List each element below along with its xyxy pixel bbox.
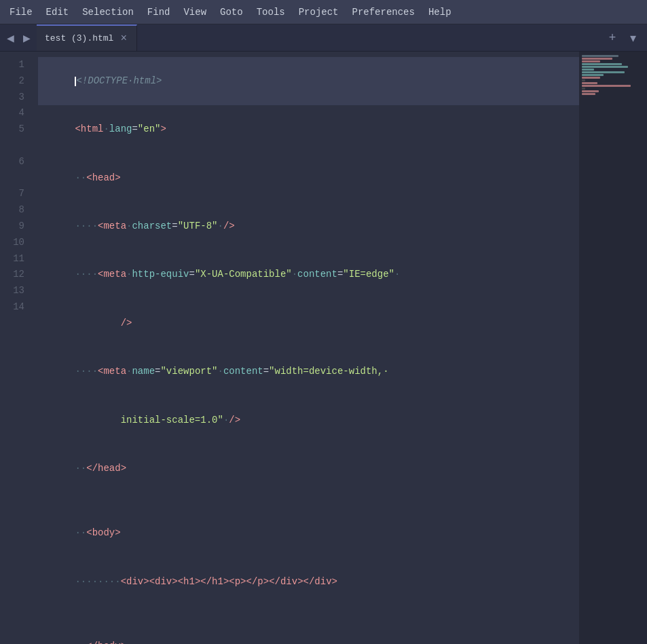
menu-file[interactable]: File [3, 4, 39, 20]
code-line-11 [38, 606, 579, 622]
minimap-line-5b [582, 69, 594, 71]
minimap-line-2 [582, 58, 612, 60]
code-line-10: ········<div><div><h1></h1><p></p></div>… [38, 558, 579, 606]
line-num-6: 6 [0, 154, 33, 170]
code-line-4: ····<meta·charset="UTF-8"·/> [38, 202, 579, 250]
line-numbers: 1 2 3 4 5 · 6 · 7 8 9 10 11 12 13 14 [0, 52, 33, 644]
tab-list-button[interactable]: ▾ [624, 29, 642, 47]
active-tab[interactable]: test (3).html × [37, 24, 137, 51]
code-line-6: ····<meta·name="viewport"·content="width… [38, 347, 579, 396]
menu-find[interactable]: Find [141, 4, 177, 20]
code-editor[interactable]: <!DOCTYPE·html> <html·lang="en"> ··<head… [33, 52, 579, 644]
line-num-14: 14 [0, 299, 33, 316]
line-num-2: 2 [0, 73, 33, 90]
vertical-scrollbar[interactable] [640, 52, 647, 644]
minimap-line-7 [582, 77, 600, 79]
code-line-5b: /> [38, 299, 579, 347]
menu-selection[interactable]: Selection [75, 4, 141, 20]
editor: 1 2 3 4 5 · 6 · 7 8 9 10 11 12 13 14 <!D… [0, 52, 647, 644]
tabbar: ◀ ▶ test (3).html × + ▾ [0, 24, 647, 52]
head-open-tag: <head> [86, 172, 120, 183]
minimap [579, 52, 640, 644]
line-num-7: 7 [0, 186, 33, 202]
menubar: File Edit Selection Find View Goto Tools… [0, 0, 647, 24]
code-line-9: ··<body> [38, 509, 579, 557]
minimap-line-3 [582, 60, 600, 62]
minimap-line-6 [582, 71, 625, 73]
line-num-8: 8 [0, 202, 33, 219]
menu-tools[interactable]: Tools [250, 4, 292, 20]
tab-close-button[interactable]: × [119, 33, 128, 44]
tab-nav: ◀ ▶ [0, 24, 37, 51]
code-line-7: ··</head> [38, 444, 579, 493]
lang-attr: lang [109, 124, 132, 134]
line-num-1: 1 [0, 57, 33, 73]
line-num-10: 10 [0, 235, 33, 251]
menu-view[interactable]: View [177, 4, 213, 20]
line-num-13: 13 [0, 283, 33, 299]
doctype-token: <!DOCTYPE·html> [76, 75, 162, 86]
tab-next-button[interactable]: ▶ [19, 31, 34, 45]
menu-help[interactable]: Help [422, 4, 458, 20]
line-num-11: 11 [0, 251, 33, 267]
code-line-6b: initial-scale=1.0"·/> [38, 396, 579, 444]
minimap-line-11 [582, 88, 585, 90]
html-open-tag: <html [75, 124, 103, 134]
line-num-4: 4 [0, 105, 33, 121]
menu-project[interactable]: Project [292, 4, 346, 20]
menu-goto[interactable]: Goto [213, 4, 250, 20]
tab-prev-button[interactable]: ◀ [3, 31, 18, 45]
line-num-5: 5 [0, 121, 33, 138]
code-line-1: <!DOCTYPE·html> [38, 57, 579, 105]
minimap-line-6b [582, 74, 604, 76]
line-num-9: 9 [0, 219, 33, 235]
minimap-preview [579, 54, 640, 109]
line-num-3: 3 [0, 90, 33, 106]
minimap-line-5 [582, 66, 628, 68]
minimap-line-1 [582, 55, 618, 57]
tab-actions: + ▾ [598, 24, 647, 51]
menu-edit[interactable]: Edit [39, 4, 76, 20]
code-line-5: ····<meta·http-equiv="X-UA-Compatible"·c… [38, 251, 579, 299]
tab-filename: test (3).html [45, 33, 113, 43]
lang-value: "en" [138, 124, 161, 134]
minimap-line-13 [582, 93, 595, 95]
code-line-8 [38, 493, 579, 510]
code-line-2: <html·lang="en"> [38, 105, 579, 153]
minimap-line-4 [582, 63, 622, 65]
line-num-12: 12 [0, 267, 33, 283]
minimap-line-8 [582, 79, 585, 81]
minimap-line-9 [582, 82, 597, 84]
code-line-3: ··<head> [38, 154, 579, 202]
minimap-line-12 [582, 90, 599, 92]
menu-preferences[interactable]: Preferences [346, 4, 422, 20]
minimap-line-10 [582, 85, 631, 87]
code-line-12: ··</body> [38, 622, 579, 644]
new-tab-button[interactable]: + [604, 29, 621, 47]
